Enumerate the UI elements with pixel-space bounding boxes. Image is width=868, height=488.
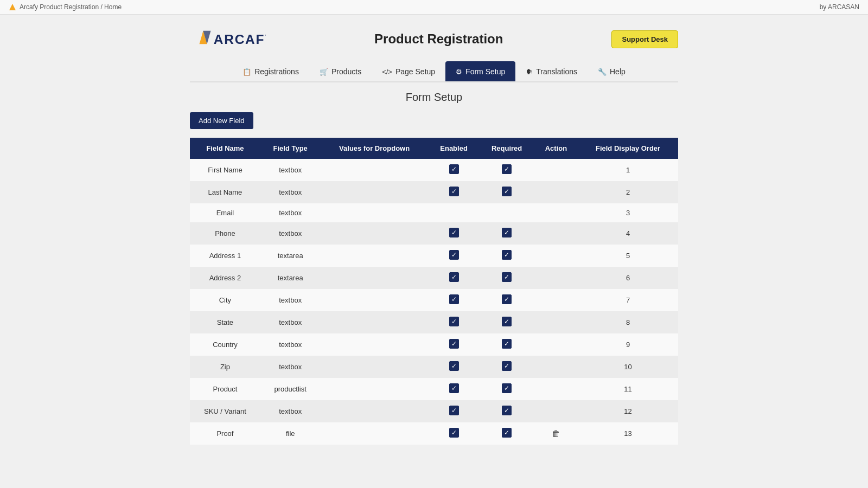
cell-required [479,378,534,400]
cell-field-type: productlist [260,378,321,400]
form-fields-table: Field Name Field Type Values for Dropdow… [190,138,678,445]
delete-icon[interactable]: 🗑 [552,429,560,438]
cell-required [479,181,534,203]
tab-form-setup[interactable]: ⚙ Form Setup [445,61,515,81]
tab-translations-label: Translations [536,67,577,76]
enabled-checkbox[interactable] [449,361,459,371]
cell-required [479,422,534,445]
cell-enabled [429,267,480,289]
cell-field-name: State [190,311,260,333]
tab-translations[interactable]: 🗣 Translations [515,61,588,81]
support-desk-button[interactable]: Support Desk [611,30,678,48]
col-action: Action [534,138,578,159]
tab-products[interactable]: 🛒 Products [309,61,372,81]
cell-action [534,333,578,356]
cell-field-type: textarea [260,267,321,289]
cell-enabled [429,289,480,311]
arcafy-logo: ARCAFY [190,25,266,53]
cell-field-type: textbox [260,400,321,422]
cell-display-order: 9 [578,333,678,356]
tab-page-setup-label: Page Setup [395,67,435,76]
cell-action [534,378,578,400]
cell-display-order: 12 [578,400,678,422]
cell-action [534,245,578,267]
topbar: Arcafy Product Registration / Home by AR… [0,0,868,15]
required-checkbox[interactable] [502,250,512,260]
products-icon: 🛒 [320,68,328,76]
tab-registrations[interactable]: 📋 Registrations [232,61,309,81]
breadcrumb-text: Arcafy Product Registration / Home [20,3,122,11]
cell-display-order: 5 [578,245,678,267]
cell-enabled [429,181,480,203]
tab-registrations-label: Registrations [254,67,299,76]
enabled-checkbox[interactable] [449,383,459,393]
enabled-checkbox[interactable] [449,428,459,438]
enabled-checkbox[interactable] [449,187,459,196]
cell-display-order: 2 [578,181,678,203]
table-row: State textbox 8 [190,311,678,333]
add-new-field-button[interactable]: Add New Field [190,112,253,129]
enabled-checkbox[interactable] [449,339,459,349]
cell-action [534,203,578,222]
svg-marker-0 [9,4,16,10]
required-checkbox[interactable] [502,294,512,304]
cell-display-order: 4 [578,222,678,245]
cell-field-type: textbox [260,181,321,203]
cell-dropdown-values [321,181,429,203]
cell-action: 🗑 [534,422,578,445]
required-checkbox[interactable] [502,361,512,371]
required-checkbox[interactable] [502,406,512,415]
enabled-checkbox[interactable] [449,228,459,237]
required-checkbox[interactable] [502,339,512,349]
required-checkbox[interactable] [502,317,512,326]
cell-action [534,181,578,203]
cell-display-order: 10 [578,356,678,378]
tab-help[interactable]: 🔧 Help [588,61,636,81]
required-checkbox[interactable] [502,383,512,393]
svg-text:ARCAFY: ARCAFY [214,32,266,47]
enabled-checkbox[interactable] [449,272,459,282]
cell-enabled [429,400,480,422]
enabled-checkbox[interactable] [449,164,459,174]
cell-required [479,311,534,333]
enabled-checkbox[interactable] [449,317,459,326]
section-title: Form Setup [190,91,678,104]
cell-enabled [429,333,480,356]
cell-required [479,203,534,222]
cell-required [479,267,534,289]
required-checkbox[interactable] [502,187,512,196]
table-row: Country textbox 9 [190,333,678,356]
cell-enabled [429,378,480,400]
required-checkbox[interactable] [502,428,512,438]
cell-dropdown-values [321,222,429,245]
cell-field-type: textbox [260,203,321,222]
cell-required [479,400,534,422]
col-enabled: Enabled [429,138,480,159]
cell-action [534,289,578,311]
cell-action [534,311,578,333]
cell-action [534,267,578,289]
table-row: Zip textbox 10 [190,356,678,378]
translations-icon: 🗣 [526,68,533,76]
cell-field-type: textbox [260,222,321,245]
cell-dropdown-values [321,311,429,333]
cell-field-type: textbox [260,289,321,311]
table-row: Phone textbox 4 [190,222,678,245]
required-checkbox[interactable] [502,272,512,282]
table-row: Product productlist 11 [190,378,678,400]
enabled-checkbox[interactable] [449,250,459,260]
cell-field-name: Last Name [190,181,260,203]
enabled-checkbox[interactable] [449,294,459,304]
header-row: ARCAFY Product Registration Support Desk [190,25,678,53]
tab-page-setup[interactable]: </> Page Setup [372,61,445,81]
cell-required [479,245,534,267]
cell-dropdown-values [321,422,429,445]
cell-display-order: 1 [578,159,678,181]
required-checkbox[interactable] [502,164,512,174]
cell-dropdown-values [321,203,429,222]
cell-required [479,222,534,245]
cell-field-type: textbox [260,311,321,333]
cell-enabled [429,356,480,378]
required-checkbox[interactable] [502,228,512,237]
enabled-checkbox[interactable] [449,406,459,415]
